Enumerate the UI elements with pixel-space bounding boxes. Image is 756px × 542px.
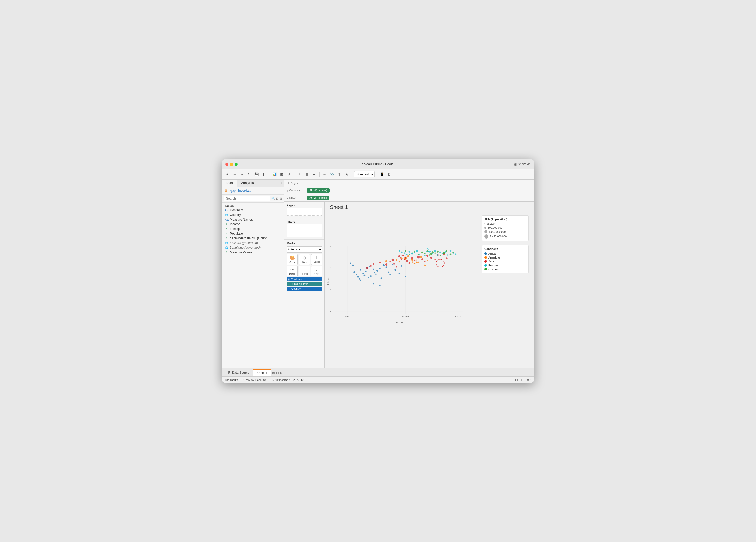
marks-detail-btn[interactable]: ⋯ Detail	[287, 266, 298, 276]
svg-point-55	[392, 259, 394, 261]
marks-pill-country[interactable]: ⋯ Country	[287, 287, 322, 291]
redo-button[interactable]: ↻	[246, 171, 252, 177]
marks-label-btn[interactable]: T Label	[311, 254, 322, 265]
field-population[interactable]: # Population	[222, 231, 284, 236]
data-points	[350, 249, 456, 286]
field-name-income: Income	[230, 222, 240, 226]
paperclip-icon[interactable]: 📎	[329, 171, 335, 177]
svg-point-84	[429, 254, 431, 256]
text-icon[interactable]: T	[336, 171, 342, 177]
field-income[interactable]: # Income	[222, 222, 284, 227]
svg-point-42	[407, 255, 409, 257]
publish-button[interactable]: ⬆	[261, 171, 267, 177]
marks-title: Marks	[287, 242, 322, 245]
panel-close-button[interactable]: ‹	[278, 180, 284, 187]
maximize-button[interactable]	[235, 163, 238, 166]
tab-analytics[interactable]: Analytics	[237, 180, 258, 187]
marks-shape-btn[interactable]: ⬦ Shape	[311, 266, 322, 276]
svg-point-107	[439, 252, 441, 253]
pages-panel: Pages	[284, 202, 324, 218]
nav-prev-icon[interactable]: ‹	[515, 378, 516, 382]
marks-size-btn[interactable]: ⊙ Size	[299, 254, 310, 265]
close-button[interactable]	[225, 163, 228, 166]
duplicate-sheet-icon[interactable]: ⊟	[276, 371, 279, 375]
svg-point-38	[405, 276, 406, 277]
legend-color-europe: Europe	[484, 264, 526, 267]
datasource-row: ⊞ gapminderdata	[222, 187, 284, 195]
search-input[interactable]	[224, 196, 270, 201]
chart-wrapper: 80 70 60 50 1.000	[327, 213, 479, 366]
population-pill-label: SUM(Populatio...	[290, 283, 310, 286]
mark-labels-button[interactable]: ⌖	[296, 171, 303, 177]
y-tick-60: 60	[330, 288, 332, 291]
search-row: 🔍 ⊟ ▦	[222, 195, 284, 203]
field-longitude[interactable]: 🌐 Longitude (generated)	[222, 245, 284, 250]
back-button[interactable]: ←	[231, 171, 238, 177]
svg-point-18	[368, 277, 369, 278]
star-icon[interactable]: ★	[343, 171, 350, 177]
present-sheet-icon[interactable]: ▷	[280, 371, 283, 375]
show-headers-button[interactable]: ▤	[304, 171, 310, 177]
columns-pill[interactable]: SUM(Income)	[307, 188, 330, 193]
field-measure-names[interactable]: Abc Measure Names	[222, 217, 284, 222]
svg-point-108	[442, 253, 443, 254]
save-button[interactable]: 💾	[253, 171, 260, 177]
detail-view-icon[interactable]: ▪	[530, 378, 531, 382]
y-axis-label: Lifeexp	[327, 277, 329, 285]
main-content: Data Analytics ‹ ⊞ gapminderdata 🔍 ⊟ ▦ T…	[222, 180, 534, 368]
svg-point-94	[450, 254, 451, 255]
nav-first-icon[interactable]: ⊢	[511, 378, 514, 382]
marks-color-btn[interactable]: 🎨 Color	[287, 254, 298, 265]
status-bar: 184 marks 1 row by 1 column SUM(Income):…	[222, 376, 534, 383]
tab-data[interactable]: Data	[222, 180, 237, 187]
swap-button[interactable]: ⇄	[286, 171, 292, 177]
show-me-button[interactable]: ▦ Show Me	[514, 162, 531, 166]
presentation-button[interactable]: 🖥	[386, 171, 393, 177]
viz-type-select[interactable]: Standard	[354, 171, 375, 177]
svg-point-46	[420, 256, 422, 258]
svg-point-56	[398, 255, 400, 257]
legend-label-oceania: Oceania	[488, 268, 499, 271]
minimize-button[interactable]	[230, 163, 233, 166]
list-view-icon[interactable]: ▦	[526, 378, 529, 382]
marks-type-select[interactable]: Automatic	[287, 246, 322, 253]
pen-icon[interactable]: ✏	[322, 171, 328, 177]
new-sheet-button[interactable]: 📊	[271, 171, 277, 177]
field-name-latitude: Latitude (generated)	[230, 241, 258, 245]
forward-button[interactable]: →	[239, 171, 245, 177]
rows-pill[interactable]: SUM(Lifeexp)	[307, 196, 329, 200]
legend-size-row-4: 1.420.000.000	[484, 234, 526, 239]
legend-size-label-3: 1.000.000.000	[489, 230, 506, 233]
field-latitude[interactable]: 🌐 Latitude (generated)	[222, 241, 284, 245]
field-continent[interactable]: Abc Continent	[222, 208, 284, 213]
marks-pill-population[interactable]: ○ SUM(Populatio...	[287, 282, 322, 286]
marks-tooltip-btn[interactable]: ☐ Tooltip	[299, 266, 310, 276]
datasource-name[interactable]: gapminderdata	[230, 189, 251, 193]
tab-data-source[interactable]: 🗄 Data Source	[224, 370, 253, 375]
pages-label: ⊞ Pages	[287, 181, 305, 185]
field-name-country: Country	[230, 213, 241, 217]
legend-size-label-2: 500.000.000	[488, 226, 502, 229]
svg-point-106	[437, 254, 438, 256]
nav-last-icon[interactable]: ⊣	[519, 378, 522, 382]
tab-sheet1[interactable]: Sheet 1	[253, 369, 271, 376]
tableau-icon[interactable]: ✦	[224, 171, 230, 177]
svg-point-25	[379, 268, 381, 269]
add-sheet-icon[interactable]: ⊞	[272, 371, 275, 375]
nav-next-icon[interactable]: ›	[517, 378, 518, 382]
svg-point-26	[381, 277, 382, 279]
legend-dot-americas	[484, 256, 487, 259]
field-lifeexp[interactable]: # Lifeexp	[222, 227, 284, 231]
svg-point-90	[409, 254, 410, 255]
field-measure-values[interactable]: # Measure Values	[222, 250, 284, 255]
pages-panel-content	[287, 208, 322, 216]
field-count[interactable]: # gapminderdata.csv (Count)	[222, 236, 284, 241]
device-preview-button[interactable]: 📱	[379, 171, 385, 177]
duplicate-sheet-button[interactable]: ⊞	[278, 171, 285, 177]
grid-view-icon[interactable]: ⊞	[523, 378, 525, 382]
marks-pill-continent[interactable]: ⣿ Continent	[287, 277, 322, 281]
svg-point-81	[421, 252, 423, 253]
fix-axes-button[interactable]: ⊢	[311, 171, 317, 177]
field-country[interactable]: 🌐 Country	[222, 213, 284, 217]
svg-point-22	[374, 272, 375, 273]
